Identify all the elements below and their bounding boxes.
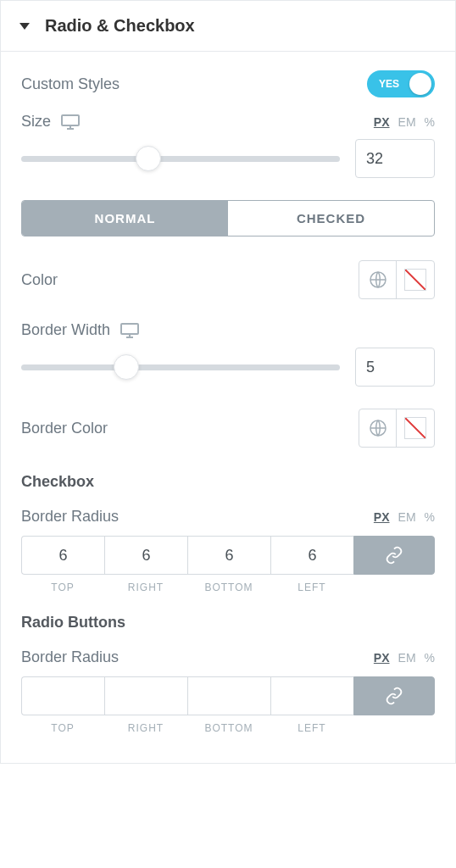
toggle-knob xyxy=(409,73,431,95)
border-width-slider[interactable] xyxy=(21,354,340,380)
link-values-button[interactable] xyxy=(353,536,435,575)
link-values-button[interactable] xyxy=(353,676,435,715)
unit-pct[interactable]: % xyxy=(425,651,435,665)
desktop-icon[interactable] xyxy=(61,114,80,130)
state-tabs: NORMAL CHECKED xyxy=(21,200,435,236)
border-width-input[interactable] xyxy=(355,348,435,387)
svg-rect-0 xyxy=(62,115,79,125)
color-swatch xyxy=(404,417,426,439)
radio-radius-left[interactable] xyxy=(271,677,353,715)
dim-label-left: LEFT xyxy=(270,581,353,593)
size-units: PX EM % xyxy=(374,115,435,129)
checkbox-radius-left[interactable] xyxy=(271,537,353,574)
border-color-label: Border Color xyxy=(21,420,108,437)
checkbox-radius-bottom[interactable] xyxy=(188,537,270,574)
toggle-text: YES xyxy=(379,78,399,90)
radio-radius-top[interactable] xyxy=(22,677,104,715)
dim-label-top: TOP xyxy=(21,722,104,734)
color-label: Color xyxy=(21,271,58,289)
unit-px[interactable]: PX xyxy=(374,510,390,524)
unit-px[interactable]: PX xyxy=(374,115,390,129)
section-title: Radio & Checkbox xyxy=(45,16,195,36)
size-label: Size xyxy=(21,113,51,131)
tab-normal[interactable]: NORMAL xyxy=(22,201,228,236)
unit-pct[interactable]: % xyxy=(425,510,435,524)
global-color-button[interactable] xyxy=(359,409,397,447)
section-header[interactable]: Radio & Checkbox xyxy=(1,1,455,52)
color-picker-button[interactable] xyxy=(397,409,434,447)
desktop-icon[interactable] xyxy=(120,323,139,338)
size-slider[interactable] xyxy=(21,146,340,171)
tab-checked[interactable]: CHECKED xyxy=(228,201,434,236)
dim-label-bottom: BOTTOM xyxy=(187,722,270,734)
radio-radius-inputs xyxy=(21,676,435,715)
radio-checkbox-panel: Radio & Checkbox Custom Styles YES Size … xyxy=(0,0,456,764)
radio-radius-bottom[interactable] xyxy=(188,677,270,715)
checkbox-radius-right[interactable] xyxy=(105,537,187,574)
unit-em[interactable]: EM xyxy=(398,115,416,129)
color-picker-button[interactable] xyxy=(397,261,434,298)
color-control xyxy=(359,260,435,299)
checkbox-radius-units: PX EM % xyxy=(374,510,435,524)
radio-border-radius-label: Border Radius xyxy=(21,648,119,666)
dim-label-right: RIGHT xyxy=(104,722,187,734)
unit-px[interactable]: PX xyxy=(374,651,390,665)
unit-em[interactable]: EM xyxy=(398,510,416,524)
border-width-label: Border Width xyxy=(21,321,110,339)
dim-label-top: TOP xyxy=(21,581,104,593)
radio-heading: Radio Buttons xyxy=(21,614,435,632)
global-color-button[interactable] xyxy=(359,261,397,298)
border-color-control xyxy=(359,409,435,448)
slider-thumb[interactable] xyxy=(136,146,161,171)
dim-label-left: LEFT xyxy=(270,722,353,734)
slider-track xyxy=(21,364,340,370)
radio-radius-right[interactable] xyxy=(105,677,187,715)
size-input[interactable] xyxy=(355,139,435,178)
checkbox-heading: Checkbox xyxy=(21,473,435,491)
slider-track xyxy=(21,156,340,162)
radio-radius-units: PX EM % xyxy=(374,651,435,665)
caret-down-icon xyxy=(19,23,30,30)
slider-thumb[interactable] xyxy=(114,354,139,380)
unit-pct[interactable]: % xyxy=(425,115,435,129)
custom-styles-toggle[interactable]: YES xyxy=(367,70,435,97)
custom-styles-label: Custom Styles xyxy=(21,75,120,93)
checkbox-radius-inputs xyxy=(21,536,435,575)
dim-label-right: RIGHT xyxy=(104,581,187,593)
unit-em[interactable]: EM xyxy=(398,651,416,665)
dim-label-bottom: BOTTOM xyxy=(187,581,270,593)
checkbox-radius-top[interactable] xyxy=(22,537,104,574)
checkbox-border-radius-label: Border Radius xyxy=(21,508,119,526)
svg-rect-2 xyxy=(121,324,138,334)
color-swatch xyxy=(404,269,426,291)
